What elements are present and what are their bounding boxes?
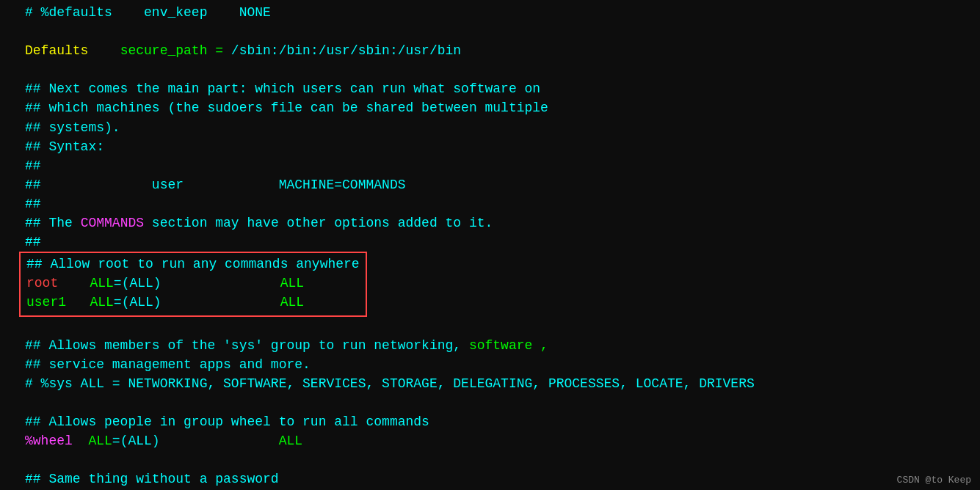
root-all2: ALL xyxy=(161,276,304,290)
the-commands-suffix: section may have other options added to … xyxy=(144,216,493,230)
highlighted-section: ## Allow root to run any commands anywhe… xyxy=(19,252,367,316)
line-6: ## which machines (the sudoers file can … xyxy=(25,98,955,117)
root-user: root xyxy=(26,276,58,290)
line-22: ## Allows people in group wheel to run a… xyxy=(25,412,955,431)
commands-keyword: COMMANDS xyxy=(81,216,144,230)
root-all: ALL xyxy=(58,276,114,290)
line-25: ## Same thing without a password xyxy=(25,469,955,489)
line-10: ## user MACHINE=COMMANDS xyxy=(25,175,955,194)
user1-all: ALL xyxy=(66,295,114,310)
line-9: ## xyxy=(25,156,955,175)
line-2 xyxy=(25,22,955,41)
line-17 xyxy=(25,317,955,336)
the-commands-prefix: ## The xyxy=(25,216,81,230)
software-keyword: software , xyxy=(469,338,548,353)
root-all-paren: =(ALL) xyxy=(114,276,161,290)
secure-path-value: /sbin:/bin:/usr/sbin:/usr/bin xyxy=(231,43,461,58)
line-18: ## Allows members of the 'sys' group to … xyxy=(25,336,955,355)
line-16: user1 ALL=(ALL) ALL xyxy=(26,293,360,312)
secure-path-key: secure_path = xyxy=(88,43,231,58)
allows-sys-prefix: ## Allows members of the 'sys' group to … xyxy=(25,338,469,353)
terminal-window: # %defaults env_keep NONE Defaults secur… xyxy=(0,0,980,490)
user1-all2: ALL xyxy=(161,295,304,310)
user1-user: user1 xyxy=(26,295,66,310)
line-3: Defaults secure_path = /sbin:/bin:/usr/s… xyxy=(25,41,955,60)
wheel-all: ALL xyxy=(73,434,112,448)
line-15: root ALL=(ALL) ALL xyxy=(26,274,360,293)
line-4 xyxy=(25,60,955,79)
line-1: # %defaults env_keep NONE xyxy=(25,3,955,22)
line-7: ## systems). xyxy=(25,118,955,137)
wheel-group: %wheel xyxy=(25,434,73,448)
line-14: ## Allow root to run any commands anywhe… xyxy=(26,255,360,274)
line-21 xyxy=(25,393,955,412)
line-20: # %sys ALL = NETWORKING, SOFTWARE, SERVI… xyxy=(25,374,955,393)
watermark: CSDN @to Keep xyxy=(897,475,971,486)
line-11: ## xyxy=(25,194,955,213)
line-8: ## Syntax: xyxy=(25,137,955,156)
line-24 xyxy=(25,450,955,469)
line-23: %wheel ALL=(ALL) ALL xyxy=(25,431,955,450)
line-13: ## xyxy=(25,233,955,252)
line-12: ## The COMMANDS section may have other o… xyxy=(25,213,955,233)
wheel-all2: ALL xyxy=(160,434,302,448)
line-5: ## Next comes the main part: which users… xyxy=(25,79,955,98)
line-19: ## service management apps and more. xyxy=(25,355,955,374)
wheel-all-paren: =(ALL) xyxy=(112,434,160,448)
user1-all-paren: =(ALL) xyxy=(114,295,161,310)
defaults-keyword: Defaults xyxy=(25,43,88,58)
